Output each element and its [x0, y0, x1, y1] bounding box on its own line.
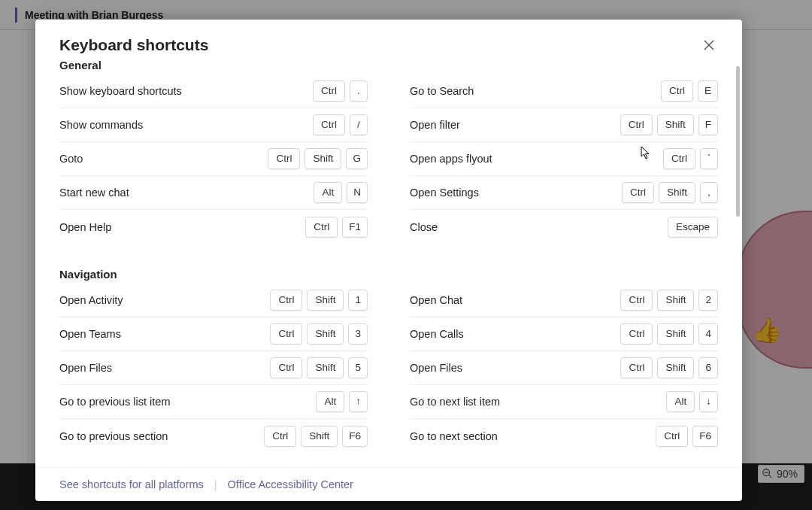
link-accessibility-center[interactable]: Office Accessibility Center: [228, 478, 353, 490]
navigation-row: Go to next sectionCtrlF6: [410, 419, 718, 453]
key-cap: F6: [342, 426, 368, 447]
key-cap: Shift: [657, 323, 694, 345]
navigation-row: Open FilesCtrlShift6: [410, 351, 718, 385]
key-cap: Ctrl: [313, 80, 345, 102]
general-row: Show commandsCtrl/: [59, 108, 368, 142]
key-cap: Ctrl: [270, 290, 302, 311]
key-cap: 6: [698, 357, 718, 378]
navigation-row: Open ChatCtrlShift2: [410, 284, 718, 317]
key-cap: 4: [698, 323, 718, 345]
key-cap: Ctrl: [663, 148, 695, 169]
key-cap: Shift: [659, 182, 695, 203]
shortcut-label: Open Activity: [59, 294, 123, 306]
key-cap: Shift: [307, 357, 344, 378]
shortcut-label: Open Calls: [410, 328, 464, 340]
general-row: Start new chatAltN: [59, 176, 368, 210]
scrollbar-thumb[interactable]: [736, 66, 740, 217]
key-cap: Ctrl: [620, 323, 653, 345]
navigation-row: Open FilesCtrlShift5: [59, 351, 368, 385]
shortcut-label: Go to next section: [410, 430, 498, 442]
link-all-platforms[interactable]: See shortcuts for all platforms: [59, 478, 204, 490]
key-cap: Ctrl: [620, 290, 653, 311]
key-cap: F1: [342, 217, 368, 238]
shortcut-keys: Alt↑: [316, 391, 368, 412]
navigation-row: Go to previous sectionCtrlShiftF6: [59, 419, 368, 453]
footer-separator: |: [214, 478, 217, 490]
key-cap: 2: [698, 290, 718, 311]
key-cap: Ctrl: [661, 80, 693, 102]
shortcut-label: Open Files: [410, 362, 462, 374]
key-cap: 5: [348, 357, 368, 378]
key-cap: Shift: [301, 426, 338, 447]
shortcut-keys: CtrlShift1: [270, 290, 368, 311]
shortcut-keys: CtrlF1: [305, 217, 368, 238]
key-cap: .: [350, 80, 368, 102]
shortcut-label: Open Chat: [410, 294, 462, 306]
key-cap: Ctrl: [620, 357, 653, 378]
shortcut-label: Go to previous list item: [59, 396, 170, 408]
shortcut-label: Close: [410, 221, 438, 233]
shortcut-keys: Ctrl.: [313, 80, 368, 102]
shortcut-label: Show commands: [59, 119, 143, 131]
general-row: Open apps flyoutCtrl`: [410, 142, 718, 176]
key-cap: Shift: [657, 357, 694, 378]
keyboard-shortcuts-modal: Keyboard shortcuts General Show keyboard…: [35, 20, 742, 501]
shortcut-keys: CtrlShift3: [270, 323, 368, 345]
general-row: CloseEscape: [410, 210, 718, 244]
close-button[interactable]: [698, 35, 720, 56]
key-cap: Ctrl: [264, 426, 296, 447]
key-cap: Escape: [668, 217, 718, 238]
key-cap: G: [346, 148, 368, 169]
shortcut-keys: CtrlShift,: [622, 182, 718, 203]
shortcut-keys: CtrlShift4: [620, 323, 718, 345]
key-cap: Shift: [307, 323, 344, 345]
navigation-row: Open TeamsCtrlShift3: [59, 317, 368, 351]
general-row: Open HelpCtrlF1: [59, 210, 368, 244]
general-row: GotoCtrlShiftG: [59, 142, 368, 176]
key-cap: Ctrl: [620, 114, 653, 135]
key-cap: `: [700, 148, 718, 169]
shortcut-keys: CtrlShift6: [620, 357, 718, 378]
shortcut-keys: Ctrl/: [313, 114, 368, 135]
shortcut-keys: Alt↓: [666, 391, 718, 412]
key-cap: E: [698, 80, 718, 102]
scrollbar-track[interactable]: [736, 66, 740, 460]
key-cap: Alt: [316, 391, 344, 412]
key-cap: Ctrl: [270, 357, 302, 378]
modal-title: Keyboard shortcuts: [59, 36, 208, 54]
key-cap: N: [347, 182, 368, 203]
key-cap: Ctrl: [270, 323, 302, 345]
shortcut-keys: Ctrl`: [663, 148, 718, 169]
key-cap: F: [698, 114, 718, 135]
key-cap: ↓: [699, 391, 718, 412]
key-cap: Alt: [314, 182, 342, 203]
shortcut-label: Go to Search: [410, 85, 474, 97]
shortcut-keys: CtrlShiftF: [620, 114, 718, 135]
navigation-row: Go to previous list itemAlt↑: [59, 385, 368, 419]
key-cap: ↑: [349, 391, 368, 412]
shortcut-label: Show keyboard shortcuts: [59, 85, 182, 97]
shortcut-label: Go to next list item: [410, 396, 500, 408]
key-cap: Ctrl: [268, 148, 300, 169]
general-row: Go to SearchCtrlE: [410, 74, 718, 108]
key-cap: ,: [700, 182, 718, 203]
shortcut-label: Open Teams: [59, 328, 121, 340]
key-cap: /: [350, 114, 368, 135]
shortcut-label: Open Help: [59, 221, 111, 233]
shortcut-label: Open Settings: [410, 187, 479, 199]
close-icon: [704, 40, 714, 50]
key-cap: Ctrl: [622, 182, 654, 203]
shortcut-label: Open apps flyout: [410, 153, 492, 165]
modal-body: General Show keyboard shortcutsCtrl.Show…: [35, 59, 742, 467]
key-cap: Ctrl: [313, 114, 345, 135]
shortcut-keys: AltN: [314, 182, 368, 203]
shortcut-keys: CtrlShift2: [620, 290, 718, 311]
key-cap: Ctrl: [305, 217, 338, 238]
key-cap: Shift: [657, 290, 694, 311]
navigation-row: Open ActivityCtrlShift1: [59, 284, 368, 317]
shortcut-keys: CtrlF6: [656, 426, 718, 447]
shortcut-label: Goto: [59, 153, 83, 165]
navigation-row: Open CallsCtrlShift4: [410, 317, 718, 351]
key-cap: 1: [348, 290, 368, 311]
key-cap: Shift: [307, 290, 344, 311]
